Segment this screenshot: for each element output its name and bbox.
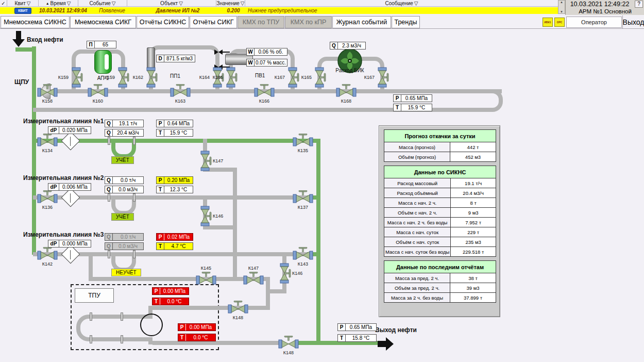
alarm-col-value[interactable]: Значение▽ [216, 0, 245, 6]
indicator-l1-t: T15.9 °C [156, 129, 193, 137]
valve-k143[interactable]: К143 [293, 247, 313, 266]
table-row: Объём с нач. суток235 м3 [384, 237, 496, 247]
line2-title: Измерительная линия №2 [23, 174, 104, 182]
alarm-col-object[interactable]: Объект▽ [127, 0, 216, 6]
sample-valve-icon[interactable] [214, 49, 223, 55]
forecast-table: Прогноз откачки за сутки Масса (прогноз)… [384, 129, 496, 162]
tab-bar: Мнемосхема СИКНС Мнемосхема СИКГ Отчёты … [0, 15, 644, 29]
indicator-l2-qm: Q0.0 т/ч [105, 176, 144, 184]
valve-k148a[interactable]: К148 [228, 301, 248, 319]
valve-k145[interactable]: К145 [196, 272, 216, 290]
pipe [233, 168, 237, 281]
filter-icon[interactable]: ▽ [414, 1, 418, 6]
indicator-l3-qv: Q0.0 м3/ч [105, 242, 144, 250]
valve-k166[interactable]: К166 [254, 84, 275, 103]
scroll-down-icon[interactable]: ▼ [560, 10, 563, 13]
opc-button[interactable]: ОРС [554, 18, 565, 27]
valve-k134[interactable]: К134 [37, 134, 58, 152]
valve-k147a[interactable]: К147 [198, 151, 212, 173]
pipe [101, 337, 152, 341]
tab-reports-sikg[interactable]: Отчёты СИКГ [190, 16, 237, 28]
alarm-col-event[interactable]: Событие▽ [78, 0, 127, 6]
valve-k136[interactable]: К136 [37, 190, 58, 209]
flange [90, 335, 92, 343]
indicator-ap1-level: П65 [87, 41, 116, 48]
alarm-object: Давление ИЛ №2 [137, 7, 219, 14]
alarm-col-message[interactable]: Сообщение▽ [245, 0, 558, 6]
valve-k162[interactable]: К162 [144, 67, 158, 90]
indicator-top-pressure: P0.65 МПа [393, 94, 432, 102]
tab-reports-sikns[interactable]: Отчёты СИКНС [137, 16, 189, 28]
valve-k168[interactable]: К168 [336, 84, 357, 103]
valve-k167b[interactable]: К167 [375, 67, 389, 90]
tab-kmh-kpr[interactable]: КМХ по кПР [285, 16, 332, 28]
table-row: Расход объёмный20.4 м3/ч [384, 188, 496, 198]
alarm-time: 10.03.2021 12:49:04 [39, 7, 88, 14]
tab-event-journal[interactable]: Журнал событий [332, 16, 391, 28]
alarm-col-time[interactable]: ▲Время▽ [39, 0, 78, 6]
valve-k137[interactable]: К137 [293, 190, 313, 209]
filter-symbol [61, 188, 80, 207]
table-row: Масса с нач. суток без воды229.518 т [384, 247, 496, 257]
valve-k158[interactable]: К158 [37, 84, 58, 103]
filter-symbol [61, 245, 80, 264]
table-title: Прогноз откачки за сутки [384, 130, 496, 142]
filter-icon[interactable]: ▽ [179, 1, 183, 6]
help-button[interactable]: ? [635, 1, 643, 8]
alarm-row[interactable]: КВИТ 10.03.2021 12:49:04 Появление Давле… [0, 7, 558, 14]
check-icon: ✓ [0, 0, 7, 6]
tab-mnemo-sikg[interactable]: Мнемосхема СИКГ [70, 16, 136, 28]
valve-k163[interactable]: К163 [170, 84, 191, 103]
four-way-valve[interactable] [140, 314, 163, 336]
valve-k142[interactable]: К142 [37, 247, 58, 266]
filter-icon[interactable]: ▽ [241, 1, 245, 6]
valve-k148b[interactable]: К148 [278, 336, 299, 354]
line3-status-badge: НЕУЧЁТ [111, 269, 141, 276]
vessel-ap1[interactable] [94, 50, 112, 74]
titlebar-panel: 10.03.2021 12:49:22 ? АРМ №1 Основной [565, 0, 644, 15]
indicator-tpu-p2: P0.00 МПа [178, 323, 216, 331]
exit-button[interactable]: Выход [622, 15, 644, 29]
table-row: Масса за пред. 2 ч.38 т [384, 273, 496, 283]
valve-k147b[interactable]: К147 [243, 272, 264, 290]
valve-k165b[interactable]: К165 [312, 67, 327, 90]
filter-icon[interactable]: ▽ [112, 1, 116, 6]
valve-k159b[interactable]: К159 [115, 67, 130, 90]
valve-k167a[interactable]: К167 [285, 67, 300, 90]
filter-icon[interactable]: ▽ [67, 1, 71, 6]
scroll-up-icon[interactable]: ▲ [560, 1, 563, 4]
ivk-button[interactable]: ИВК1 [543, 18, 553, 27]
table-row: Масса (прогноз)442 т [384, 142, 496, 152]
valve-k165a[interactable]: К165 [224, 67, 238, 90]
workstation-label: АРМ №1 Основной [566, 8, 644, 14]
flange [133, 250, 135, 258]
line1-title: Измерительная линия №1 [23, 118, 104, 125]
valve-k146a[interactable]: К146 [198, 206, 212, 228]
alarm-value: 0.200 [219, 7, 248, 14]
table-row: Масса с нач. 2 ч.8 т [384, 198, 496, 208]
valve-k160[interactable]: К160 [88, 84, 108, 103]
tab-kmh-tpu[interactable]: КМХ по ТПУ [238, 16, 284, 28]
table-row: Масса за 2 ч. без воды37.899 т [384, 293, 496, 303]
valve-k146b[interactable]: К146 [277, 263, 292, 286]
pipe-uturn [484, 89, 503, 112]
pipe-collector [316, 139, 320, 345]
pipe [152, 306, 270, 310]
pipe [48, 89, 502, 93]
indicator-l1-qm: Q19.1 т/ч [105, 120, 144, 127]
alarm-col-ack[interactable]: Квит▽ [7, 0, 39, 6]
line3-title: Измерительная линия №3 [23, 231, 104, 238]
flange [121, 312, 123, 321]
tab-mnemo-sikns[interactable]: Мнемосхема СИКНС [1, 16, 70, 28]
valve-k135[interactable]: К135 [293, 134, 313, 152]
valve-k159a[interactable]: К159 [69, 67, 83, 90]
alarm-scrollbar[interactable]: ▲ ▼ [558, 0, 565, 14]
table-title: Данные по СИКНС [384, 166, 496, 178]
tab-trends[interactable]: Тренды [392, 16, 420, 28]
alarm-event: Появление [88, 7, 137, 14]
ack-button[interactable]: КВИТ [14, 8, 31, 14]
pipe [266, 277, 270, 310]
filter-icon[interactable]: ▽ [27, 1, 31, 6]
operator-field[interactable]: Оператор [566, 17, 622, 28]
flange [133, 137, 135, 145]
